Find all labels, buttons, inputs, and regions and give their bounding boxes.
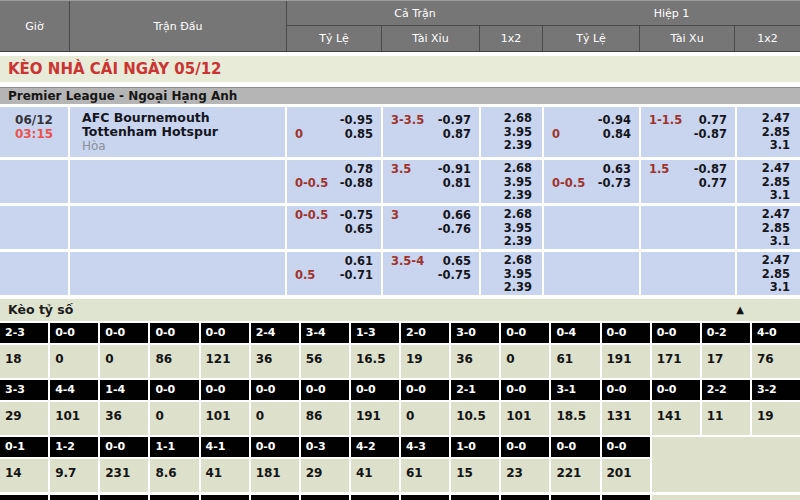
score-odds[interactable]: 19 xyxy=(401,345,449,378)
score-odds[interactable]: 231 xyxy=(100,459,148,492)
score-odds[interactable]: 221 xyxy=(551,459,599,492)
score-cell[interactable]: 4-1 xyxy=(201,437,249,457)
ft-1x2-cell[interactable]: 2.683.952.39 xyxy=(481,206,542,249)
score-odds[interactable]: 18.5 xyxy=(551,402,599,435)
score-odds[interactable]: 36 xyxy=(451,345,499,378)
h1-1x2-cell[interactable]: 2.472.853.1 xyxy=(737,206,800,249)
score-odds[interactable]: 0 xyxy=(50,345,98,378)
score-odds[interactable]: 23 xyxy=(501,459,549,492)
score-cell[interactable]: 2-4 xyxy=(251,323,299,343)
score-odds[interactable]: 131 xyxy=(602,402,650,435)
score-odds[interactable]: 191 xyxy=(351,402,399,435)
score-cell[interactable]: 0-0 xyxy=(652,323,700,343)
h1-overunder-cell[interactable]: 1.5-0.870.77 xyxy=(641,160,735,203)
score-cell[interactable]: 0-4 xyxy=(551,323,599,343)
score-odds[interactable]: 0 xyxy=(100,345,148,378)
score-cell[interactable]: 0-0 xyxy=(501,380,549,400)
score-cell[interactable]: 0-0 xyxy=(201,380,249,400)
ft-1x2-cell[interactable]: 2.683.952.39 xyxy=(481,252,542,295)
h1-handicap-cell[interactable]: 0.630-0.5-0.73 xyxy=(544,160,639,203)
score-cell[interactable]: 0-0 xyxy=(652,380,700,400)
score-odds[interactable]: 0 xyxy=(150,402,198,435)
score-cell[interactable]: 0-0 xyxy=(251,380,299,400)
score-cell[interactable] xyxy=(602,495,650,500)
h1-1x2-cell[interactable]: 2.472.853.1 xyxy=(737,107,800,157)
ft-overunder-cell[interactable]: 30.66-0.76 xyxy=(383,206,479,249)
score-odds[interactable]: 19 xyxy=(752,402,800,435)
score-odds[interactable]: 14 xyxy=(0,459,48,492)
score-cell[interactable]: 0-0 xyxy=(251,437,299,457)
score-cell[interactable] xyxy=(351,495,399,500)
collapse-icon[interactable]: ▲ xyxy=(736,299,744,321)
h1-handicap-cell[interactable]: -0.9400.84 xyxy=(544,107,639,157)
score-cell[interactable]: 1-4 xyxy=(100,380,148,400)
score-odds[interactable]: 9.7 xyxy=(50,459,98,492)
score-odds[interactable]: 41 xyxy=(201,459,249,492)
ft-handicap-cell[interactable]: 0.610.5-0.71 xyxy=(287,252,381,295)
score-odds[interactable]: 10.5 xyxy=(451,402,499,435)
score-cell[interactable]: 2-1 xyxy=(451,380,499,400)
score-cell[interactable]: 0-2 xyxy=(702,323,750,343)
score-odds[interactable]: 191 xyxy=(602,345,650,378)
score-cell[interactable]: 0-3 xyxy=(301,437,349,457)
score-cell[interactable]: 4-0 xyxy=(752,323,800,343)
score-odds[interactable]: 171 xyxy=(652,345,700,378)
score-cell[interactable]: 3-4 xyxy=(301,323,349,343)
score-odds[interactable]: 29 xyxy=(301,459,349,492)
ft-handicap-cell[interactable]: 0-0.5-0.750.65 xyxy=(287,206,381,249)
score-odds[interactable]: 0 xyxy=(251,402,299,435)
score-odds[interactable]: 11 xyxy=(702,402,750,435)
score-cell[interactable]: 0-1 xyxy=(0,437,48,457)
score-odds[interactable]: 101 xyxy=(501,402,549,435)
score-odds[interactable]: 16.5 xyxy=(351,345,399,378)
score-odds[interactable]: 76 xyxy=(752,345,800,378)
score-odds[interactable]: 141 xyxy=(652,402,700,435)
score-cell[interactable] xyxy=(0,495,48,500)
score-cell[interactable]: 0-0 xyxy=(602,380,650,400)
score-cell[interactable] xyxy=(100,495,148,500)
score-odds[interactable]: 86 xyxy=(150,345,198,378)
score-cell[interactable]: 2-3 xyxy=(0,323,48,343)
score-cell[interactable]: 1-2 xyxy=(50,437,98,457)
score-odds[interactable]: 29 xyxy=(0,402,48,435)
score-cell[interactable]: 0-0 xyxy=(602,323,650,343)
score-odds[interactable]: 36 xyxy=(251,345,299,378)
score-cell[interactable]: 0-0 xyxy=(201,323,249,343)
score-odds[interactable]: 101 xyxy=(50,402,98,435)
score-odds[interactable]: 201 xyxy=(602,459,650,492)
score-cell[interactable]: 0-0 xyxy=(150,380,198,400)
score-cell[interactable]: 3-1 xyxy=(551,380,599,400)
score-cell[interactable]: 3-0 xyxy=(451,323,499,343)
score-cell[interactable]: 0-0 xyxy=(501,437,549,457)
score-odds[interactable]: 181 xyxy=(251,459,299,492)
ft-1x2-cell[interactable]: 2.683.952.39 xyxy=(481,160,542,203)
score-odds[interactable]: 86 xyxy=(301,402,349,435)
score-cell[interactable]: 0-0 xyxy=(602,437,650,457)
score-cell[interactable] xyxy=(301,495,349,500)
ft-overunder-cell[interactable]: 3.5-0.910.81 xyxy=(383,160,479,203)
score-odds[interactable]: 101 xyxy=(201,402,249,435)
score-cell[interactable]: 0-0 xyxy=(501,323,549,343)
score-odds[interactable]: 15 xyxy=(451,459,499,492)
score-cell[interactable]: 2-0 xyxy=(401,323,449,343)
score-odds[interactable]: 121 xyxy=(201,345,249,378)
h1-1x2-cell[interactable]: 2.472.853.1 xyxy=(737,160,800,203)
score-odds[interactable]: 17 xyxy=(702,345,750,378)
h1-overunder-cell[interactable]: 1-1.50.77-0.87 xyxy=(641,107,735,157)
score-cell[interactable] xyxy=(501,495,549,500)
score-cell[interactable]: 3-2 xyxy=(752,380,800,400)
score-cell[interactable]: 0-0 xyxy=(401,380,449,400)
score-odds[interactable]: 36 xyxy=(100,402,148,435)
ft-overunder-cell[interactable]: 3-3.5-0.970.87 xyxy=(383,107,479,157)
score-cell[interactable]: 4-3 xyxy=(401,437,449,457)
score-cell[interactable] xyxy=(451,495,499,500)
score-cell[interactable]: 0-0 xyxy=(50,323,98,343)
score-cell[interactable]: 4-4 xyxy=(50,380,98,400)
score-cell[interactable]: 1-3 xyxy=(351,323,399,343)
score-cell[interactable] xyxy=(551,495,599,500)
score-odds[interactable]: 0 xyxy=(401,402,449,435)
score-cell[interactable]: 0-0 xyxy=(551,437,599,457)
score-odds[interactable]: 18 xyxy=(0,345,48,378)
score-cell[interactable]: 0-0 xyxy=(100,437,148,457)
score-odds[interactable]: 56 xyxy=(301,345,349,378)
